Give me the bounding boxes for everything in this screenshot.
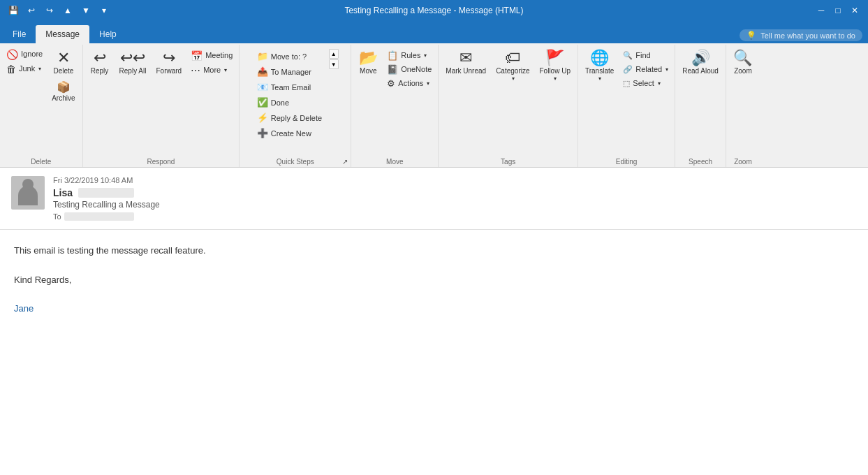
flag-icon: 🚩	[545, 50, 564, 66]
rules-button[interactable]: 📋 Rules ▾	[383, 49, 435, 62]
ignore-button[interactable]: 🚫 Ignore	[3, 48, 46, 61]
ribbon-group-move: 📂 Move 📋 Rules ▾ 📓 OneNote ⚙ Actions ▾	[351, 45, 439, 167]
delete-icon: ✕	[57, 50, 70, 66]
ribbon: 🚫 Ignore 🗑 Junk ▾ ✕ Delete 📦 Archive	[0, 43, 868, 168]
onenote-icon: 📓	[387, 65, 398, 74]
qat-up[interactable]: ▲	[60, 3, 75, 18]
reply-button[interactable]: ↩ Reply	[86, 48, 114, 78]
qat-down[interactable]: ▼	[78, 3, 94, 18]
create-icon: ➕	[257, 128, 268, 138]
manager-icon: 📤	[257, 66, 268, 77]
ribbon-group-delete: 🚫 Ignore 🗑 Junk ▾ ✕ Delete 📦 Archive	[0, 45, 83, 167]
tab-bar: File Message Help 💡 Tell me what you wan…	[0, 21, 868, 43]
rules-icon: 📋	[387, 51, 398, 60]
junk-icon: 🗑	[6, 64, 16, 74]
team-email-button[interactable]: 📧 Team Email	[252, 80, 329, 94]
ribbon-group-respond: ↩ Reply ↩↩ Reply All ↪ Forward 📅 Meeting…	[83, 45, 240, 167]
lightbulb-icon: 💡	[746, 31, 756, 40]
forward-icon: ↪	[163, 50, 175, 66]
qat-undo[interactable]: ↩	[24, 3, 39, 18]
body-line-2: Kind Regards,	[14, 273, 854, 288]
qat-save[interactable]: 💾	[6, 3, 21, 18]
follow-up-button[interactable]: 🚩 Follow Up ▾	[536, 48, 575, 85]
reply-icon: ↩	[94, 50, 106, 66]
quicksteps-scrollbar: ▲ ▼	[329, 48, 339, 82]
actions-button[interactable]: ⚙ Actions ▾	[383, 77, 435, 90]
select-icon: ⬚	[623, 79, 630, 88]
archive-icon: 📦	[57, 82, 71, 93]
find-button[interactable]: 🔍 Find	[619, 49, 672, 62]
to-address-badge	[64, 212, 134, 221]
reply-all-icon: ↩↩	[120, 50, 145, 66]
reply-delete-button[interactable]: ⚡ Reply & Delete	[252, 110, 329, 125]
tab-message[interactable]: Message	[36, 25, 89, 43]
translate-icon: 🌐	[590, 50, 609, 66]
body-line-1: This email is testing the message recall…	[14, 244, 854, 258]
actions-icon: ⚙	[387, 79, 395, 88]
onenote-button[interactable]: 📓 OneNote	[383, 63, 435, 76]
window-title: Testing Recalling a Message - Message (H…	[344, 6, 523, 15]
read-aloud-button[interactable]: 🔊 Read Aloud	[678, 48, 723, 78]
scroll-down-btn[interactable]: ▼	[329, 59, 339, 69]
select-button[interactable]: ⬚ Select ▾	[619, 77, 672, 90]
team-icon: 📧	[257, 82, 268, 92]
move-to-button[interactable]: 📁 Move to: ?	[252, 49, 329, 64]
avatar	[11, 176, 45, 210]
signature: Jane	[14, 302, 854, 316]
tab-file[interactable]: File	[3, 25, 36, 43]
reply-delete-icon: ⚡	[257, 112, 268, 123]
ribbon-group-quick-steps: 📁 Move to: ? 📤 To Manager 📧 Team Email ✅…	[240, 45, 351, 167]
ignore-icon: 🚫	[6, 50, 18, 59]
mark-unread-icon: ✉	[459, 50, 472, 66]
qat: 💾 ↩ ↪ ▲ ▼ ▾	[6, 3, 112, 18]
zoom-icon: 🔍	[733, 50, 752, 66]
categorize-icon: 🏷	[505, 50, 520, 66]
avatar-person	[18, 186, 38, 205]
scroll-up-btn[interactable]: ▲	[329, 49, 339, 59]
qat-more[interactable]: ▾	[96, 3, 112, 18]
qat-redo[interactable]: ↪	[42, 3, 57, 18]
main-area: Fri 3/22/2019 10:48 AM Lisa Testing Reca…	[0, 168, 868, 475]
delete-button[interactable]: ✕ Delete	[47, 48, 79, 78]
email-subject: Testing Recalling a Message	[53, 200, 857, 210]
tab-help[interactable]: Help	[89, 25, 126, 43]
email-to: To	[53, 212, 857, 221]
email-area: Fri 3/22/2019 10:48 AM Lisa Testing Reca…	[0, 168, 868, 475]
zoom-button[interactable]: 🔍 Zoom	[729, 48, 757, 78]
tell-me-placeholder: Tell me what you want to do	[760, 31, 855, 40]
tell-me-input[interactable]: 💡 Tell me what you want to do	[740, 29, 862, 41]
title-bar: 💾 ↩ ↪ ▲ ▼ ▾ Testing Recalling a Message …	[0, 0, 868, 21]
to-manager-button[interactable]: 📤 To Manager	[252, 64, 329, 79]
email-header: Fri 3/22/2019 10:48 AM Lisa Testing Reca…	[0, 168, 868, 230]
mark-unread-button[interactable]: ✉ Mark Unread	[441, 48, 490, 78]
create-new-button[interactable]: ➕ Create New	[252, 126, 329, 140]
ribbon-group-speech: 🔊 Read Aloud Speech	[675, 45, 726, 167]
archive-button[interactable]: 📦 Archive	[47, 79, 79, 105]
folder-icon: 📁	[257, 51, 268, 61]
done-icon: ✅	[257, 97, 268, 108]
done-button[interactable]: ✅ Done	[252, 95, 329, 110]
move-icon: 📂	[359, 50, 378, 66]
translate-button[interactable]: 🌐 Translate ▾	[581, 48, 618, 85]
more-respond-button[interactable]: ⋯ More ▾	[187, 64, 236, 78]
email-sender: Lisa	[53, 187, 857, 198]
move-button[interactable]: 📂 Move	[354, 48, 382, 78]
categorize-button[interactable]: 🏷 Categorize ▾	[492, 48, 534, 85]
forward-button[interactable]: ↪ Forward	[152, 48, 186, 78]
junk-button[interactable]: 🗑 Junk ▾	[3, 62, 46, 76]
more-icon: ⋯	[191, 66, 200, 75]
related-icon: 🔗	[623, 65, 633, 74]
email-body: This email is testing the message recall…	[0, 230, 868, 330]
reply-all-button[interactable]: ↩↩ Reply All	[115, 48, 151, 78]
quick-steps-list: 📁 Move to: ? 📤 To Manager 📧 Team Email ✅…	[252, 48, 329, 153]
minimize-btn[interactable]: ─	[814, 3, 829, 18]
ribbon-group-editing: 🌐 Translate ▾ 🔍 Find 🔗 Related ▾ ⬚ Selec…	[578, 45, 675, 167]
sender-badge	[78, 188, 134, 198]
meeting-button[interactable]: 📅 Meeting	[187, 49, 236, 63]
close-btn[interactable]: ✕	[847, 3, 862, 18]
ribbon-group-zoom: 🔍 Zoom Zoom	[726, 45, 760, 167]
email-meta: Fri 3/22/2019 10:48 AM Lisa Testing Reca…	[53, 176, 857, 221]
related-button[interactable]: 🔗 Related ▾	[619, 63, 672, 76]
speaker-icon: 🔊	[691, 50, 710, 66]
maximize-btn[interactable]: □	[830, 3, 846, 18]
